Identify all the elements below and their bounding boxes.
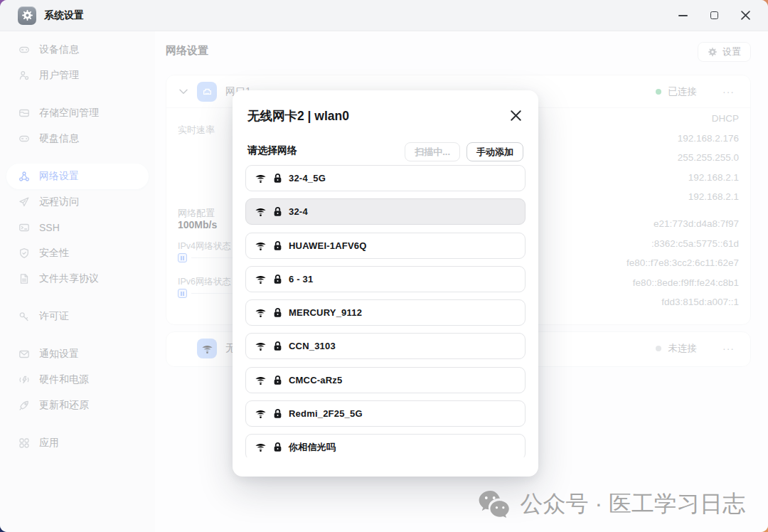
wifi-signal-icon — [255, 240, 267, 251]
dialog-title: 无线网卡2 | wlan0 — [247, 107, 349, 124]
ssid-label: 32-4_5G — [289, 173, 326, 183]
ssid-label: 你相信光吗 — [289, 441, 336, 454]
lock-icon — [273, 173, 282, 183]
wifi-network-item[interactable]: 你相信光吗 — [245, 434, 526, 457]
lock-icon — [273, 274, 282, 284]
wifi-signal-icon — [255, 274, 267, 284]
lock-icon — [273, 206, 282, 217]
wifi-select-dialog: 无线网卡2 | wlan0 请选择网络 扫描中... 手动添加 32-4_5G … — [233, 90, 538, 477]
wifi-network-item[interactable]: CCN_3103 — [245, 333, 526, 359]
wifi-signal-icon — [255, 442, 267, 452]
wifi-network-item[interactable]: CMCC-aRz5 — [245, 367, 526, 393]
ssid-label: CCN_3103 — [289, 341, 336, 351]
wifi-signal-icon — [255, 408, 267, 419]
ssid-label: 6 - 31 — [289, 274, 313, 284]
wifi-network-item[interactable]: HUAWEI-1AFV6Q — [245, 233, 526, 259]
app-gear-icon — [18, 6, 36, 25]
wifi-network-item[interactable]: 6 - 31 — [245, 266, 526, 292]
watermark: 公众号 · 医工学习日志 — [477, 489, 745, 520]
maximize-button[interactable] — [709, 11, 719, 21]
lock-icon — [273, 408, 282, 419]
wifi-signal-icon — [255, 173, 267, 183]
lock-icon — [273, 240, 282, 251]
ssid-label: Redmi_2F25_5G — [289, 408, 363, 419]
ssid-label: MERCURY_9112 — [289, 307, 362, 318]
wifi-network-list: 32-4_5G 32-4 HUAWEI-1AFV6Q 6 - 31 MERCUR — [245, 165, 526, 457]
close-window-button[interactable] — [740, 11, 750, 21]
titlebar: 系统设置 — [0, 0, 768, 31]
app-window: 系统设置 设备信息 用户管理 存储空间管理 — [0, 0, 768, 532]
lock-icon — [273, 375, 282, 385]
ssid-label: 32-4 — [289, 206, 308, 217]
ssid-label: HUAWEI-1AFV6Q — [289, 240, 367, 251]
lock-icon — [273, 307, 282, 318]
wechat-icon — [477, 489, 513, 519]
lock-icon — [273, 442, 282, 452]
wifi-signal-icon — [255, 341, 267, 351]
select-network-label: 请选择网络 — [247, 144, 297, 157]
wifi-network-item[interactable]: MERCURY_9112 — [245, 299, 526, 326]
wifi-network-item[interactable]: 32-4 — [245, 198, 526, 225]
scanning-button[interactable]: 扫描中... — [405, 142, 460, 161]
wifi-signal-icon — [255, 375, 267, 385]
watermark-text: 公众号 · 医工学习日志 — [521, 489, 745, 520]
wifi-network-item[interactable]: 32-4_5G — [245, 165, 526, 191]
close-dialog-button[interactable] — [510, 110, 521, 121]
manual-add-button[interactable]: 手动添加 — [466, 142, 523, 161]
wifi-signal-icon — [255, 307, 267, 318]
wifi-network-item[interactable]: Redmi_2F25_5G — [245, 400, 526, 427]
ssid-label: CMCC-aRz5 — [289, 375, 342, 385]
minimize-button[interactable] — [678, 11, 688, 21]
lock-icon — [273, 341, 282, 351]
app-title: 系统设置 — [44, 9, 84, 22]
wifi-signal-icon — [255, 206, 267, 217]
